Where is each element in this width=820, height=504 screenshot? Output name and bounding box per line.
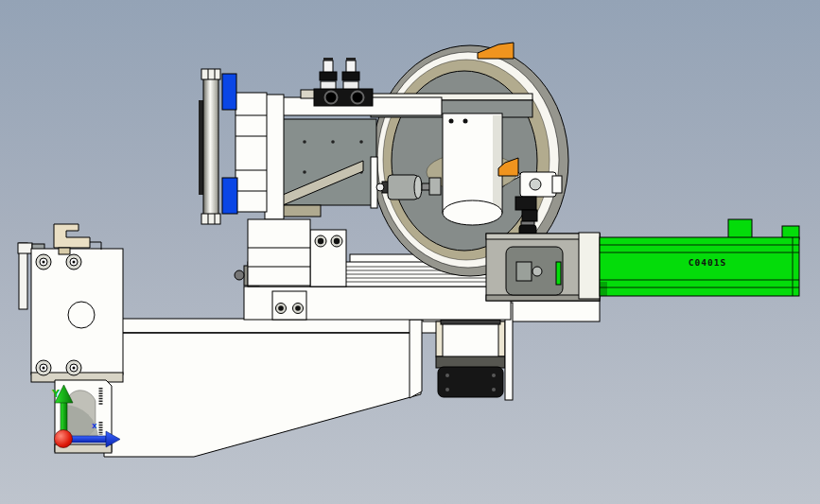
brake-motor-block[interactable] [436, 320, 505, 397]
screw-head [492, 374, 496, 377]
servo-motor[interactable]: C0401S [579, 219, 799, 299]
screw-head [492, 388, 496, 391]
fitting-icon [342, 58, 359, 89]
fitting-icon [320, 58, 337, 89]
port-icon [325, 92, 338, 104]
origin-sphere-icon [55, 430, 73, 448]
left-mounting-plate[interactable] [18, 243, 123, 382]
sensor-bracket-right[interactable] [520, 172, 562, 197]
orange-dog-top[interactable] [478, 43, 514, 59]
axis-y-label: Y [51, 388, 61, 400]
screw-head [445, 388, 449, 391]
pneumatic-fittings[interactable] [314, 58, 373, 106]
servo-motor-label: C0401S [689, 257, 726, 268]
cad-viewport[interactable]: C0401S [0, 0, 820, 504]
blue-clamp-bottom[interactable] [222, 178, 237, 214]
screw-head [445, 374, 449, 377]
piston-cylinder[interactable] [443, 113, 502, 225]
port-icon [352, 92, 364, 104]
tool-plate-assembly[interactable] [199, 69, 267, 224]
axis-x-label: X [92, 423, 97, 430]
blue-clamp-top[interactable] [222, 74, 236, 110]
motor-connector [728, 219, 752, 239]
